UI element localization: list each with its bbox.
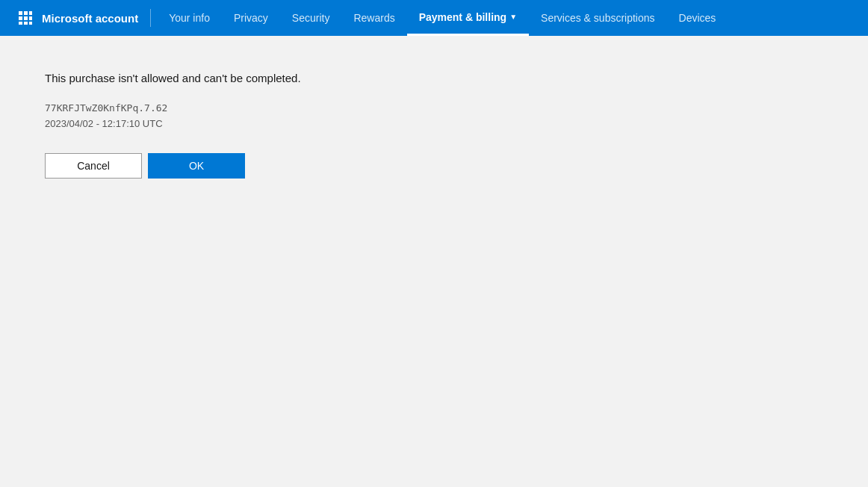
error-message: This purchase isn't allowed and can't be… [45, 72, 823, 84]
svg-rect-6 [19, 22, 22, 25]
nav-link-security[interactable]: Security [280, 0, 342, 36]
nav-divider [150, 9, 151, 27]
main-content: This purchase isn't allowed and can't be… [0, 36, 868, 487]
chevron-down-icon: ▼ [509, 13, 517, 21]
svg-rect-4 [24, 16, 28, 20]
svg-rect-1 [24, 11, 28, 15]
nav-bar: Microsoft account Your info Privacy Secu… [0, 0, 868, 36]
brand-name: Microsoft account [42, 12, 138, 25]
nav-link-your-info[interactable]: Your info [157, 0, 222, 36]
timestamp: 2023/04/02 - 12:17:10 UTC [45, 118, 823, 129]
svg-rect-3 [19, 16, 22, 20]
svg-rect-8 [29, 22, 32, 25]
nav-link-payment-billing-label: Payment & billing [419, 11, 506, 23]
svg-rect-0 [19, 11, 22, 15]
svg-rect-7 [24, 22, 28, 25]
nav-link-devices[interactable]: Devices [667, 0, 728, 36]
nav-link-payment-billing[interactable]: Payment & billing ▼ [407, 0, 529, 36]
nav-link-privacy[interactable]: Privacy [222, 0, 280, 36]
nav-link-services-subscriptions[interactable]: Services & subscriptions [529, 0, 667, 36]
waffle-icon[interactable] [9, 11, 42, 25]
nav-link-rewards[interactable]: Rewards [341, 0, 406, 36]
transaction-id: 77KRFJTwZ0KnfKPq.7.62 [45, 102, 823, 114]
svg-rect-5 [29, 16, 32, 20]
nav-links: Your info Privacy Security Rewards Payme… [157, 0, 859, 36]
button-row: Cancel OK [45, 153, 823, 179]
svg-rect-2 [29, 11, 32, 15]
ok-button[interactable]: OK [148, 153, 245, 179]
cancel-button[interactable]: Cancel [45, 153, 142, 179]
